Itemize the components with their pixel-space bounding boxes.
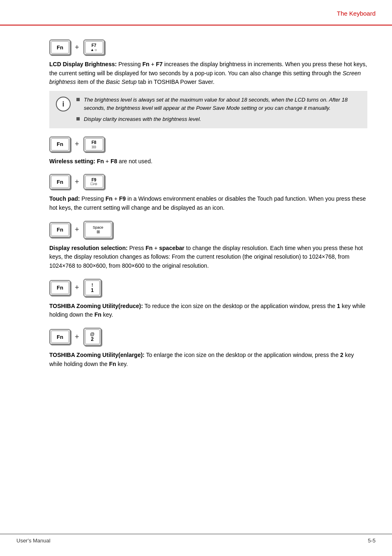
display-res-title: Display resolution selection: bbox=[49, 245, 128, 251]
fn-key-4: Fn bbox=[49, 222, 71, 238]
top-rule bbox=[0, 25, 392, 25]
f9-key: F9 ☐/⊙ bbox=[83, 174, 105, 190]
f9-label: F9 bbox=[92, 178, 97, 182]
key-2: @ 2 bbox=[83, 328, 101, 346]
info-text-2: Display clarity increases with the brigh… bbox=[84, 115, 201, 123]
zoom-reduce-text: TOSHIBA Zooming Utility(reduce): To redu… bbox=[49, 302, 367, 320]
fn-label-4: Fn bbox=[57, 227, 63, 233]
zoom-enlarge-text: TOSHIBA Zooming Utility(enlarge): To enl… bbox=[49, 351, 367, 368]
section-zoom-enlarge: Fn + @ 2 TOSHIBA Zooming Utility(enlarge… bbox=[49, 328, 367, 368]
f7-key: F7 ▲☼ bbox=[83, 39, 105, 55]
info-content-brightness: The brightness level is always set at th… bbox=[76, 96, 361, 123]
fn-key-2: Fn bbox=[49, 137, 71, 152]
page-container: The Keyboard Fn + F7 ▲☼ L bbox=[0, 0, 392, 556]
info-item-1: The brightness level is always set at th… bbox=[76, 96, 361, 112]
wireless-text: Wireless setting: Fn + F8 are not used. bbox=[49, 157, 367, 166]
zoom-reduce-title: TOSHIBA Zooming Utility(reduce): bbox=[49, 303, 143, 309]
f7-label: F7 bbox=[92, 43, 97, 48]
section-wireless: Fn + F8 )))) Wireless setting: Fn + F8 a… bbox=[49, 137, 367, 166]
space-icon: ⊞ bbox=[97, 229, 100, 234]
key-row-1: Fn + ! 1 bbox=[49, 279, 367, 297]
key-row-f8: Fn + F8 )))) bbox=[49, 137, 367, 152]
section-zoom-reduce: Fn + ! 1 TOSHIBA Zooming Utility(reduce)… bbox=[49, 279, 367, 320]
f7-icon: ▲☼ bbox=[90, 48, 97, 52]
page-footer: User's Manual 5-5 bbox=[0, 534, 392, 544]
display-res-text: Display resolution selection: Press Fn +… bbox=[49, 244, 367, 271]
info-text-1: The brightness level is always set at th… bbox=[84, 96, 361, 112]
key-1-label: ! bbox=[92, 283, 93, 287]
key-row-2: Fn + @ 2 bbox=[49, 328, 367, 346]
lcd-brightness-title: LCD Display Brightness: bbox=[49, 61, 117, 67]
plus-2: + bbox=[75, 140, 79, 148]
plus-3: + bbox=[75, 178, 79, 186]
fn-key-3: Fn bbox=[49, 174, 71, 190]
key-1: ! 1 bbox=[83, 279, 101, 297]
section-touchpad: Fn + F9 ☐/⊙ Touch pad: Pressing Fn + F9 … bbox=[49, 174, 367, 212]
footer-right: 5-5 bbox=[368, 537, 376, 544]
plus-4: + bbox=[75, 225, 79, 234]
key-1-num: 1 bbox=[91, 287, 94, 293]
fn-label: Fn bbox=[57, 44, 63, 51]
plus-5: + bbox=[75, 283, 79, 292]
fn-key-1: Fn bbox=[49, 39, 71, 55]
f8-key: F8 )))) bbox=[83, 137, 105, 152]
key-2-at: @ bbox=[90, 331, 95, 336]
fn-key-6: Fn bbox=[49, 329, 71, 345]
key-row-f9: Fn + F9 ☐/⊙ bbox=[49, 174, 367, 190]
info-icon-brightness: i bbox=[56, 97, 71, 111]
plus-1: + bbox=[75, 43, 79, 52]
wireless-title: Wireless setting: bbox=[49, 158, 97, 164]
key-2-num: 2 bbox=[91, 336, 94, 342]
section-display-res: Fn + Space ⊞ Display resolution selectio… bbox=[49, 221, 367, 271]
fn-label-2: Fn bbox=[57, 141, 63, 147]
info-dot-2 bbox=[76, 117, 80, 120]
key-row-f7: Fn + F7 ▲☼ bbox=[49, 39, 367, 55]
f9-icon: ☐/⊙ bbox=[90, 182, 97, 186]
footer-left: User's Manual bbox=[16, 537, 51, 544]
lcd-brightness-text: LCD Display Brightness: Pressing Fn + F7… bbox=[49, 60, 367, 87]
fn-key-5: Fn bbox=[49, 280, 71, 296]
touchpad-text: Touch pad: Pressing Fn + F9 in a Windows… bbox=[49, 195, 367, 212]
key-row-space: Fn + Space ⊞ bbox=[49, 221, 367, 239]
section-lcd-brightness: Fn + F7 ▲☼ LCD Display Brightness: Press… bbox=[49, 39, 367, 128]
fn-label-6: Fn bbox=[57, 334, 63, 340]
info-item-2: Display clarity increases with the brigh… bbox=[76, 115, 361, 123]
touchpad-title: Touch pad: bbox=[49, 195, 80, 202]
f8-icon: )))) bbox=[92, 145, 96, 148]
space-label: Space bbox=[93, 225, 104, 229]
info-box-brightness: i The brightness level is always set at … bbox=[49, 91, 367, 128]
header-title: The Keyboard bbox=[337, 10, 376, 17]
space-key: Space ⊞ bbox=[83, 221, 113, 239]
plus-6: + bbox=[75, 333, 79, 341]
fn-label-5: Fn bbox=[57, 285, 63, 291]
f8-label: F8 bbox=[92, 140, 97, 145]
main-content: Fn + F7 ▲☼ LCD Display Brightness: Press… bbox=[49, 33, 367, 377]
zoom-enlarge-title: TOSHIBA Zooming Utility(enlarge): bbox=[49, 352, 145, 358]
page-header: The Keyboard bbox=[337, 10, 376, 17]
fn-label-3: Fn bbox=[57, 179, 63, 185]
info-dot-1 bbox=[76, 98, 80, 101]
